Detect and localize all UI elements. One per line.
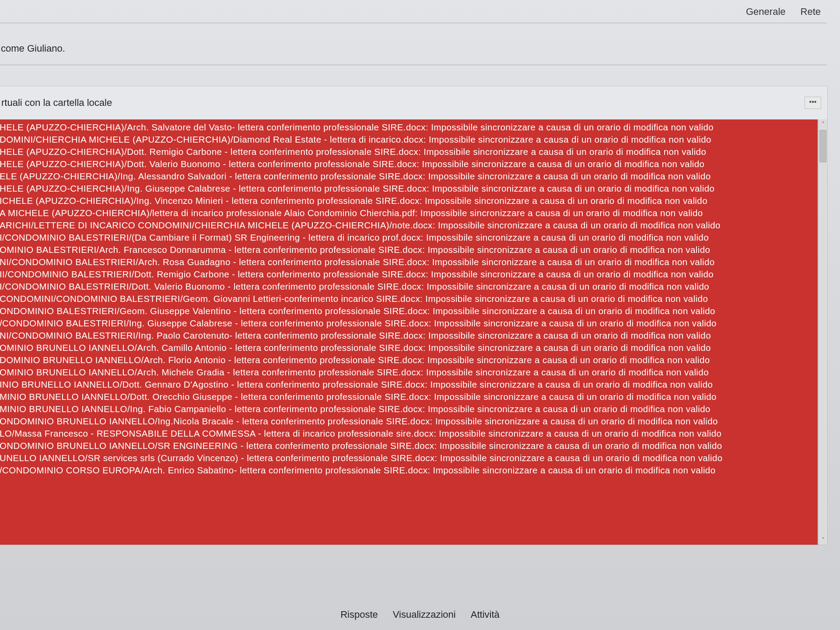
error-list: HELE (APUZZO-CHIERCHIA)/Arch. Salvatore …: [0, 119, 818, 545]
error-row: I/CONDOMINIO BALESTRIERI/Dott. Valerio B…: [0, 280, 815, 293]
scroll-down-icon[interactable]: ˅: [819, 535, 827, 545]
error-row: UNELLO IANNELLO/SR services srls (Currad…: [0, 452, 815, 464]
error-row: NI/CONDOMINIO BALESTRIERI/Arch. Rosa Gua…: [0, 256, 815, 268]
welcome-text: come Giuliano.: [0, 43, 65, 54]
error-row: DOMINIO BRUNELLO IANNELLO/Arch. Florio A…: [0, 354, 815, 366]
scroll-thumb[interactable]: [819, 130, 826, 162]
error-row: DOMINI/CHIERCHIA MICHELE (APUZZO-CHIERCH…: [0, 133, 815, 146]
list-wrap: HELE (APUZZO-CHIERCHIA)/Arch. Salvatore …: [0, 119, 827, 545]
footer-tab-views[interactable]: Visualizzazioni: [393, 609, 456, 620]
divider: [0, 23, 827, 23]
error-row: ICHELE (APUZZO-CHIERCHIA)/Ing. Vincenzo …: [0, 195, 815, 207]
error-row: HELE (APUZZO-CHIERCHIA)/Dott. Remigio Ca…: [0, 146, 815, 158]
vertical-scrollbar[interactable]: ˄ ˅: [818, 119, 827, 545]
tab-network[interactable]: Rete: [799, 4, 822, 20]
divider: [0, 65, 827, 65]
error-row: OMINIO BALESTRIERI/Arch. Francesco Donna…: [0, 244, 815, 256]
error-row: II/CONDOMINIO BALESTRIERI/Dott. Remigio …: [0, 268, 815, 280]
footer-tabs: Risposte Visualizzazioni Attività: [340, 609, 500, 620]
error-row: OMINIO BRUNELLO IANNELLO/Arch. Camillo A…: [0, 342, 815, 354]
sync-panel: rtuali con la cartella locale ••• HELE (…: [0, 86, 828, 545]
error-row: NI/CONDOMINIO BALESTRIERI/Ing. Paolo Car…: [0, 329, 815, 342]
panel-header: rtuali con la cartella locale •••: [0, 86, 827, 119]
error-row: HELE (APUZZO-CHIERCHIA)/Dott. Valerio Bu…: [0, 158, 815, 170]
error-row: HELE (APUZZO-CHIERCHIA)/Arch. Salvatore …: [0, 121, 815, 133]
tab-general[interactable]: Generale: [744, 4, 788, 20]
footer-tab-replies[interactable]: Risposte: [340, 609, 378, 620]
panel-title: rtuali con la cartella locale: [1, 97, 112, 108]
error-row: ONDOMINIO BALESTRIERI/Geom. Giuseppe Val…: [0, 305, 815, 317]
error-row: /CONDOMINIO BALESTRIERI/Ing. Giuseppe Ca…: [0, 317, 815, 329]
error-row: LO/Massa Francesco - RESPONSABILE DELLA …: [0, 427, 815, 440]
error-row: CONDOMINI/CONDOMINIO BALESTRIERI/Geom. G…: [0, 293, 815, 305]
footer-tab-activity[interactable]: Attività: [471, 609, 500, 620]
error-row: MINIO BRUNELLO IANNELLO/Ing. Fabio Campa…: [0, 403, 815, 415]
error-row: /CONDOMINIO CORSO EUROPA/Arch. Enrico Sa…: [0, 464, 815, 476]
error-row: MINIO BRUNELLO IANNELLO/Dott. Orecchio G…: [0, 391, 815, 403]
error-row: ARICHI/LETTERE DI INCARICO CONDOMINI/CHI…: [0, 219, 815, 231]
error-row: INIO BRUNELLO IANNELLO/Dott. Gennaro D'A…: [0, 378, 815, 391]
error-row: HELE (APUZZO-CHIERCHIA)/Ing. Giuseppe Ca…: [0, 182, 815, 195]
error-row: OMINIO BRUNELLO IANNELLO/Arch. Michele G…: [0, 366, 815, 378]
error-row: ELE (APUZZO-CHIERCHIA)/Ing. Alessandro S…: [0, 170, 815, 182]
error-row: A MICHELE (APUZZO-CHIERCHIA)/lettera di …: [0, 207, 815, 219]
error-row: ONDOMINIO BRUNELLO IANNELLO/SR ENGINEERI…: [0, 440, 815, 452]
scroll-up-icon[interactable]: ˄: [819, 119, 827, 129]
more-button[interactable]: •••: [805, 97, 821, 109]
error-row: ONDOMINIO BRUNELLO IANNELLO/Ing.Nicola B…: [0, 415, 815, 427]
top-tabs: Generale Rete: [744, 4, 822, 20]
error-row: I/CONDOMINIO BALESTRIERI/(Da Cambiare il…: [0, 231, 815, 244]
